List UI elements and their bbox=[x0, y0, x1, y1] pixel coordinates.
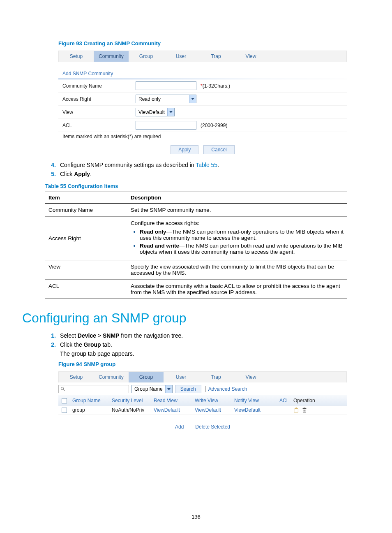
select-all-checkbox[interactable] bbox=[62, 398, 67, 403]
step5-text-post: . bbox=[90, 171, 92, 177]
step5-text-pre: Click bbox=[60, 171, 74, 177]
fig93-tab-bar: Setup Community Group User Trap View bbox=[58, 51, 347, 62]
tab-group[interactable]: Group bbox=[129, 372, 164, 382]
search-field-select[interactable]: Group Name bbox=[131, 385, 173, 393]
col-notify-view[interactable]: Notify View bbox=[232, 396, 277, 405]
col-write-view[interactable]: Write View bbox=[192, 396, 232, 405]
gs1-bold1: Device bbox=[78, 332, 96, 339]
add-button[interactable]: Add bbox=[175, 424, 184, 430]
search-button[interactable]: Search bbox=[175, 385, 201, 393]
step4-text-pre: Configure SNMP community settings as des… bbox=[60, 162, 196, 168]
search-bar: Group Name Search Advanced Search bbox=[58, 385, 347, 393]
label-community-name: Community Name bbox=[62, 83, 136, 89]
chevron-down-icon bbox=[189, 95, 196, 103]
tab-user[interactable]: User bbox=[164, 51, 198, 62]
col-acl[interactable]: ACL bbox=[277, 396, 291, 405]
cell-acl bbox=[277, 406, 291, 415]
label-view: View bbox=[62, 109, 136, 115]
gs1-bold2: SNMP bbox=[103, 332, 119, 339]
step4-text-post: . bbox=[217, 162, 219, 168]
gs2-post: tab. bbox=[101, 341, 112, 348]
view-value: ViewDefault bbox=[138, 109, 165, 115]
row-checkbox[interactable] bbox=[62, 408, 67, 413]
bullet-bold: Read only bbox=[140, 229, 166, 235]
figure-93-caption: Figure 93 Creating an SNMP Community bbox=[58, 40, 347, 46]
access-right-value: Read only bbox=[138, 96, 161, 102]
th-description: Description bbox=[127, 192, 347, 204]
access-right-select[interactable]: Read only bbox=[136, 95, 196, 103]
delete-selected-button[interactable]: Delete Selected bbox=[195, 424, 230, 430]
step5-bold: Apply bbox=[74, 171, 90, 177]
td-item: View bbox=[45, 260, 127, 280]
td-item: ACL bbox=[45, 280, 127, 299]
search-input[interactable] bbox=[58, 385, 129, 393]
table-row: group NoAuth/NoPriv ViewDefault ViewDefa… bbox=[58, 406, 347, 415]
section-heading: Configuring an SNMP group bbox=[22, 311, 347, 326]
tab-view[interactable]: View bbox=[233, 51, 268, 62]
step-number: 2. bbox=[45, 341, 60, 348]
step-number: 4. bbox=[45, 162, 60, 168]
acl-input[interactable] bbox=[136, 121, 196, 130]
tab-setup[interactable]: Setup bbox=[59, 372, 94, 382]
svg-marker-0 bbox=[191, 98, 194, 100]
apply-button[interactable]: Apply bbox=[171, 145, 198, 154]
svg-rect-11 bbox=[304, 408, 305, 409]
tab-setup[interactable]: Setup bbox=[59, 51, 94, 62]
gs2-pre: Click the bbox=[60, 341, 84, 348]
col-group-name[interactable]: Group Name bbox=[70, 396, 109, 405]
svg-point-2 bbox=[61, 387, 64, 390]
trash-icon[interactable] bbox=[302, 407, 307, 413]
figure-94-caption: Figure 94 SNMP group bbox=[58, 361, 347, 367]
chevron-down-icon bbox=[167, 108, 174, 116]
step-number: 5. bbox=[45, 171, 60, 177]
tab-view[interactable]: View bbox=[233, 372, 268, 382]
td-item: Community Name bbox=[45, 204, 127, 217]
col-operation: Operation bbox=[291, 396, 318, 405]
fig94-tab-bar: Setup Community Group User Trap View bbox=[58, 371, 347, 382]
td-desc: Set the SNMP community name. bbox=[127, 204, 347, 217]
group-step2-sub: The group tab page appears. bbox=[60, 350, 347, 357]
svg-line-3 bbox=[63, 389, 65, 391]
cancel-button[interactable]: Cancel bbox=[203, 145, 234, 154]
td-desc: Configure the access rights: Read only—T… bbox=[127, 217, 347, 260]
required-note: Items marked with an asterisk(*) are req… bbox=[58, 132, 347, 143]
advanced-search-link[interactable]: Advanced Search bbox=[205, 386, 247, 392]
table-55-caption: Table 55 Configuration items bbox=[45, 183, 347, 189]
th-item: Item bbox=[45, 192, 127, 204]
label-acl: ACL bbox=[62, 123, 136, 128]
view-select[interactable]: ViewDefault bbox=[136, 108, 175, 116]
gs1-post: from the navigation tree. bbox=[119, 332, 183, 339]
col-read-view[interactable]: Read View bbox=[151, 396, 192, 405]
td-item: Access Right bbox=[45, 217, 127, 260]
table-55-link[interactable]: Table 55 bbox=[196, 162, 217, 168]
form-title: Add SNMP Community bbox=[58, 71, 347, 76]
tab-trap[interactable]: Trap bbox=[198, 372, 233, 382]
tab-community[interactable]: Community bbox=[94, 51, 129, 62]
search-icon bbox=[60, 387, 65, 392]
tab-trap[interactable]: Trap bbox=[198, 51, 233, 62]
edit-icon[interactable] bbox=[293, 407, 299, 413]
community-name-input[interactable] bbox=[136, 81, 196, 90]
bullet-rest: —The NMS can perform read-only operation… bbox=[140, 229, 344, 241]
acl-hint: (2000-2999) bbox=[201, 123, 227, 128]
cell-read-view[interactable]: ViewDefault bbox=[151, 406, 192, 415]
gs1-gt: > bbox=[96, 332, 103, 339]
cell-notify-view[interactable]: ViewDefault bbox=[232, 406, 277, 415]
step-number: 1. bbox=[45, 332, 60, 339]
col-security-level[interactable]: Security Level bbox=[109, 396, 151, 405]
tab-user[interactable]: User bbox=[164, 372, 198, 382]
tab-community[interactable]: Community bbox=[94, 372, 129, 382]
cell-write-view[interactable]: ViewDefault bbox=[192, 406, 232, 415]
svg-rect-5 bbox=[294, 409, 298, 412]
cell-security-level: NoAuth/NoPriv bbox=[109, 406, 151, 415]
svg-marker-1 bbox=[169, 111, 173, 113]
tab-group[interactable]: Group bbox=[129, 51, 164, 62]
svg-marker-4 bbox=[167, 388, 171, 390]
group-grid: Group Name Security Level Read View Writ… bbox=[58, 396, 347, 415]
gs2-bold: Group bbox=[84, 341, 101, 348]
td-desc: Specify the view associated with the com… bbox=[127, 260, 347, 280]
chevron-down-icon bbox=[165, 385, 172, 393]
bullet-bold: Read and write bbox=[140, 243, 179, 249]
gs1-pre: Select bbox=[60, 332, 78, 339]
access-right-lead: Configure the access rights: bbox=[131, 220, 199, 226]
